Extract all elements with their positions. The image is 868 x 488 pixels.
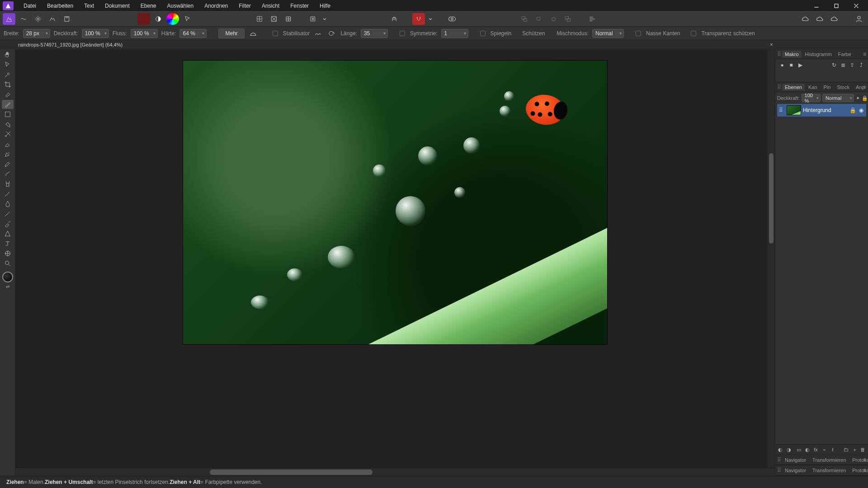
panel-tab-histogramm[interactable]: Histogramm [802, 51, 835, 58]
panel-tab-navigator[interactable]: Navigator [782, 456, 809, 464]
color-well[interactable] [2, 272, 13, 282]
hardness-select[interactable]: 64 % [179, 29, 207, 38]
persona-liquify-button[interactable] [17, 13, 30, 25]
persona-photo-button[interactable] [3, 13, 15, 25]
menu-hilfe[interactable]: Hilfe [314, 1, 336, 11]
layers-add-live-icon[interactable]: ⌁ [821, 446, 828, 453]
layers-new-icon[interactable]: ＋ [851, 446, 858, 453]
bottom-panel-menu-icon[interactable]: ≡ [863, 457, 866, 463]
force-pressure-icon[interactable] [248, 28, 258, 38]
vertical-scrollbar[interactable] [768, 49, 775, 468]
window-close-button[interactable] [846, 0, 866, 11]
more-button[interactable]: Mehr [218, 28, 244, 38]
layer-opacity-select[interactable]: 100 % [802, 94, 821, 102]
quickmask-drop-button[interactable] [321, 13, 328, 25]
paint-brush-tool[interactable] [2, 100, 14, 109]
layer-row-hintergrund[interactable]: ⠿ Hintergrund 🔒 ◉ [777, 104, 866, 117]
window-minimize-button[interactable] [807, 0, 826, 11]
layers-add-mask-icon[interactable]: ▭ [796, 446, 802, 453]
preview-mode-button[interactable] [446, 13, 458, 25]
snap-toggle-button[interactable] [412, 13, 425, 25]
swatch-color-button[interactable] [166, 13, 179, 25]
document-canvas[interactable] [183, 60, 608, 345]
crop-tool[interactable] [2, 80, 14, 89]
panel-tab-kan[interactable]: Kan [806, 84, 820, 91]
window-mode-icon[interactable] [327, 28, 337, 38]
symmetry-select[interactable]: 1 [441, 29, 468, 38]
mixer-tool[interactable] [2, 219, 14, 228]
cloud-a-button[interactable] [799, 13, 812, 25]
layers-delete-icon[interactable]: 🗑 [859, 446, 866, 453]
assistant-button[interactable] [388, 13, 401, 25]
flood-fill-tool[interactable] [2, 120, 14, 129]
move-tool[interactable] [2, 60, 14, 69]
protect-transparency-checkbox[interactable] [691, 31, 696, 36]
layers-add-adjust-icon[interactable]: ◐ [804, 446, 811, 453]
panel-tab-transformieren[interactable]: Transformieren [810, 456, 849, 464]
layers-link-icon[interactable]: ℓ [829, 446, 836, 453]
panel-tab-ebenen[interactable]: Ebenen [782, 84, 805, 91]
shape-tool[interactable] [2, 229, 14, 238]
persona-develop-button[interactable] [32, 13, 44, 25]
menu-text[interactable]: Text [79, 1, 99, 11]
layers-panel-menu-icon[interactable]: ≡ [863, 84, 866, 90]
panel-menu-icon[interactable]: ≡ [863, 51, 866, 57]
width-select[interactable]: 28 px [23, 29, 50, 38]
window-maximize-button[interactable] [826, 0, 846, 11]
layer-visible-icon[interactable]: ◉ [859, 107, 863, 113]
swatch-a-button[interactable] [137, 13, 150, 25]
marquee-tool[interactable] [2, 110, 14, 119]
horizontal-scrollbar[interactable] [15, 468, 775, 476]
layer-blend-select[interactable]: Normal [822, 94, 854, 102]
grid-clear-button[interactable] [268, 13, 280, 25]
panel-tab-makro[interactable]: Makro [782, 51, 802, 58]
wet-edges-checkbox[interactable] [636, 31, 641, 36]
align-button[interactable] [586, 13, 599, 25]
grid-snap-button[interactable] [282, 13, 295, 25]
opacity-select[interactable]: 100 % [82, 29, 109, 38]
stabilizer-checkbox[interactable] [273, 31, 278, 36]
document-tab[interactable]: raindrops-574971_1920.jpg [Geändert] (64… [18, 42, 123, 47]
panel-tab-navigator-2[interactable]: Navigator [782, 467, 809, 474]
hand-tool[interactable] [2, 50, 14, 59]
sponge-tool[interactable] [2, 189, 14, 198]
mesh-tool[interactable] [2, 249, 14, 258]
rope-mode-icon[interactable] [313, 28, 323, 38]
macro-record-icon[interactable]: ● [779, 62, 785, 68]
flow-select[interactable]: 100 % [131, 29, 158, 38]
pen-tool[interactable] [2, 199, 14, 208]
smudge-tool[interactable] [2, 169, 14, 178]
snap-drop-button[interactable] [427, 13, 434, 25]
panel-tab-transformieren-2[interactable]: Transformieren [810, 467, 849, 474]
menu-ebene[interactable]: Ebene [135, 1, 162, 11]
mirror-checkbox[interactable] [480, 31, 486, 36]
bottom-panel-menu-icon-2[interactable]: ≡ [863, 467, 866, 474]
layer-lock-icon[interactable]: 🔒 [862, 94, 868, 102]
retouch-tool[interactable] [2, 179, 14, 188]
text-tool[interactable] [2, 239, 14, 248]
color-picker-tool[interactable] [2, 70, 14, 79]
account-button[interactable] [853, 13, 865, 25]
zoom-tool[interactable] [2, 259, 14, 268]
menu-datei[interactable]: Datei [18, 1, 42, 11]
menu-auswaehlen[interactable]: Auswählen [161, 1, 199, 11]
layer-fx-icon[interactable]: ✦ [856, 94, 860, 102]
macro-list-icon[interactable]: ≣ [840, 62, 846, 68]
cloud-c-button[interactable] [828, 13, 841, 25]
color-swap-icon[interactable]: ⇄ [6, 284, 9, 289]
quickmask-button[interactable] [307, 13, 319, 25]
erase-tool[interactable] [2, 140, 14, 149]
blend-select[interactable]: Normal [592, 29, 624, 38]
overlay-red-tool[interactable] [2, 209, 14, 218]
document-tab-close-icon[interactable]: × [770, 42, 773, 48]
healing-tool[interactable] [2, 160, 14, 169]
length-select[interactable]: 35 [361, 29, 388, 38]
panel-tab-farbe[interactable]: Farbe [835, 51, 854, 58]
macro-loop-icon[interactable]: ↻ [831, 62, 837, 68]
symmetry-checkbox[interactable] [400, 31, 405, 36]
menu-anordnen[interactable]: Anordnen [199, 1, 233, 11]
layers-group-icon[interactable]: 🗀 [843, 446, 849, 453]
layers-add-fx-icon[interactable]: fx [812, 446, 819, 453]
layers-mask-icon[interactable]: ◐ [777, 446, 784, 453]
persona-tonemap-button[interactable] [46, 13, 59, 25]
